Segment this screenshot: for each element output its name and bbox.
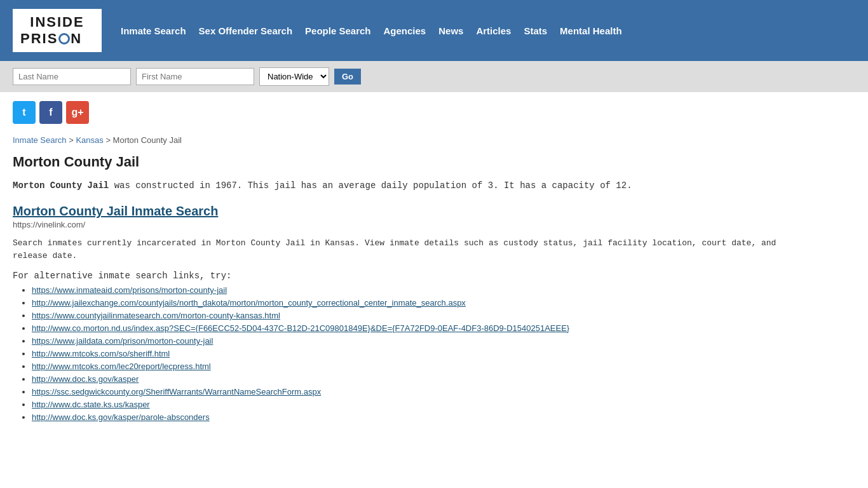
googleplus-icon[interactable]: g+ [66,101,89,124]
twitter-icon[interactable]: t [13,101,36,124]
list-item: http://www.mtcoks.com/so/sheriff.html [32,348,813,358]
social-icons: t f g+ [0,92,868,129]
main-nav: Inmate Search Sex Offender Search People… [121,25,622,36]
alt-links-section: For alternative inmate search links, try… [13,271,813,422]
list-item: https://www.inmateaid.com/prisons/morton… [32,285,813,295]
alt-link-2[interactable]: http://www.jailexchange.com/countyjails/… [32,298,466,308]
facility-description: Morton County Jail was constructed in 19… [13,179,813,193]
breadcrumb-kansas[interactable]: Kansas [76,135,103,145]
nav-news[interactable]: News [438,25,463,36]
list-item: http://www.dc.state.ks.us/kasper [32,399,813,409]
inmate-search-url: https://vinelink.com/ [13,220,813,229]
alt-link-8[interactable]: http://www.doc.ks.gov/kasper [32,374,139,384]
nav-people-search[interactable]: People Search [305,25,370,36]
alt-link-6[interactable]: http://www.mtcoks.com/so/sheriff.html [32,349,170,358]
nav-articles[interactable]: Articles [476,25,511,36]
inmate-search-big-link[interactable]: Morton County Jail Inmate Search [13,204,218,218]
alt-links-list: https://www.inmateaid.com/prisons/morton… [13,285,813,422]
search-bar: Nation-Wide Go [0,61,868,92]
list-item: http://www.jailexchange.com/countyjails/… [32,297,813,308]
alt-links-title: For alternative inmate search links, try… [13,271,813,281]
nav-stats[interactable]: Stats [524,25,547,36]
list-item: http://www.co.morton.nd.us/index.asp?SEC… [32,323,813,333]
nav-sex-offender-search[interactable]: Sex Offender Search [199,25,293,36]
alt-link-5[interactable]: https://www.jaildata.com/prison/morton-c… [32,336,213,346]
inmate-search-section: Morton County Jail Inmate Search https:/… [13,204,813,229]
first-name-input[interactable] [136,68,254,85]
site-header: INSIDE PRISN Inmate Search Sex Offender … [0,0,868,61]
breadcrumb: Inmate Search > Kansas > Morton County J… [13,135,813,145]
alt-link-11[interactable]: http://www.doc.ks.gov/kasper/parole-absc… [32,412,210,422]
breadcrumb-inmate-search[interactable]: Inmate Search [13,135,67,145]
go-button[interactable]: Go [334,69,361,85]
last-name-input[interactable] [13,68,131,85]
list-item: https://www.jaildata.com/prison/morton-c… [32,336,813,346]
alt-link-3[interactable]: https://www.countyjailinmatesearch.com/m… [32,311,280,320]
description-rest: was constructed in 1967. This jail has a… [109,180,632,191]
alt-link-4[interactable]: http://www.co.morton.nd.us/index.asp?SEC… [32,323,569,333]
list-item: https://ssc.sedgwickcounty.org/SheriffWa… [32,386,813,396]
page-title: Morton County Jail [13,154,813,170]
alt-link-7[interactable]: http://www.mtcoks.com/lec20report/lecpre… [32,362,211,371]
nav-mental-health[interactable]: Mental Health [560,25,622,36]
facebook-icon[interactable]: f [39,101,62,124]
logo-circle-icon [58,33,70,44]
logo-inside-text: INSIDE [20,14,94,30]
nav-inmate-search[interactable]: Inmate Search [121,25,186,36]
breadcrumb-current: Morton County Jail [113,135,182,145]
breadcrumb-sep1: > [69,135,76,145]
site-logo[interactable]: INSIDE PRISN [13,9,102,52]
logo-prison-text: PRISN [20,30,94,47]
breadcrumb-sep2: > [105,135,112,145]
location-select[interactable]: Nation-Wide [259,67,329,86]
alt-link-1[interactable]: https://www.inmateaid.com/prisons/morton… [32,285,227,295]
list-item: http://www.doc.ks.gov/kasper [32,374,813,384]
nav-agencies[interactable]: Agencies [384,25,426,36]
list-item: https://www.countyjailinmatesearch.com/m… [32,310,813,320]
inmate-search-description: Search inmates currently incarcerated in… [13,237,813,262]
list-item: http://www.doc.ks.gov/kasper/parole-absc… [32,412,813,422]
main-content: Inmate Search > Kansas > Morton County J… [0,129,826,437]
alt-link-9[interactable]: https://ssc.sedgwickcounty.org/SheriffWa… [32,387,321,396]
facility-name-bold: Morton County Jail [13,180,109,191]
list-item: http://www.mtcoks.com/lec20report/lecpre… [32,361,813,371]
alt-link-10[interactable]: http://www.dc.state.ks.us/kasper [32,400,150,409]
